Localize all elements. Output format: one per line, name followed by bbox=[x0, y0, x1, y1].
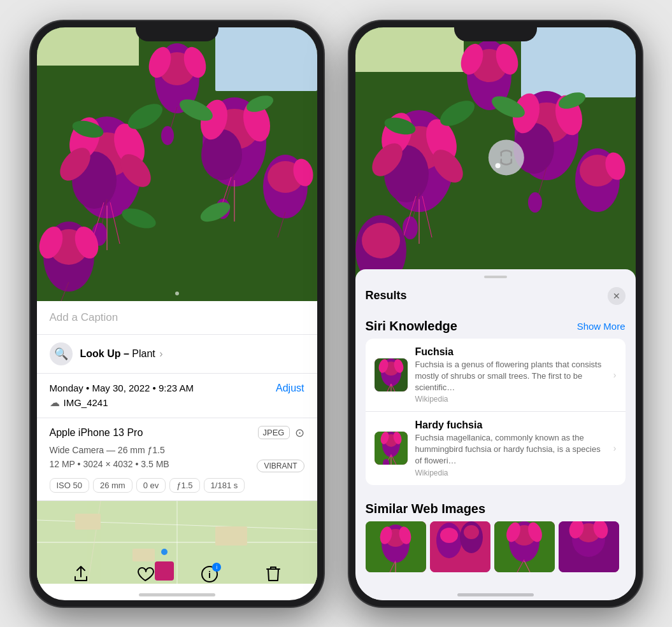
hardy-source: Wikipedia bbox=[415, 468, 606, 477]
similar-images-header: Similar Web Images bbox=[366, 502, 486, 516]
svg-point-80 bbox=[528, 192, 542, 213]
hardy-content: Hardy fuchsia Fuchsia magellanica, commo… bbox=[415, 419, 606, 477]
format-badge: JPEG bbox=[258, 426, 290, 439]
show-more-button[interactable]: Show More bbox=[577, 321, 626, 332]
device-name: Apple iPhone 13 Pro bbox=[50, 427, 143, 439]
svg-point-56 bbox=[161, 549, 168, 555]
lookup-icon: 🔍 bbox=[50, 342, 73, 365]
svg-rect-1 bbox=[215, 27, 317, 91]
svg-line-14 bbox=[110, 202, 120, 244]
svg-line-44 bbox=[61, 282, 69, 301]
caption-input[interactable]: Add a Caption bbox=[37, 301, 317, 335]
fuchsia-chevron: › bbox=[613, 370, 617, 380]
svg-point-31 bbox=[176, 95, 216, 125]
delete-button[interactable] bbox=[266, 565, 281, 588]
iso-value: ISO 50 bbox=[50, 478, 89, 493]
svg-line-39 bbox=[278, 212, 285, 237]
svg-point-38 bbox=[290, 156, 315, 188]
phone-1: Add a Caption 🔍 Look Up – Plant › Monday… bbox=[31, 21, 324, 607]
svg-point-24 bbox=[155, 43, 199, 113]
svg-line-22 bbox=[218, 177, 231, 215]
svg-point-4 bbox=[82, 132, 132, 177]
svg-point-11 bbox=[92, 223, 107, 246]
camera-detail: Wide Camera — 26 mm ƒ1.5 bbox=[50, 445, 304, 455]
svg-point-35 bbox=[197, 198, 232, 225]
meta-section: Monday • May 30, 2022 • 9:23 AM Adjust ☁… bbox=[37, 374, 317, 418]
svg-point-6 bbox=[108, 119, 150, 171]
svg-point-41 bbox=[50, 229, 88, 265]
drag-handle bbox=[484, 276, 507, 278]
siri-knowledge-header: Siri Knowledge bbox=[366, 319, 457, 334]
svg-rect-61 bbox=[355, 27, 464, 72]
similar-section: Similar Web Images bbox=[355, 495, 636, 572]
svg-rect-60 bbox=[521, 27, 636, 97]
svg-point-18 bbox=[239, 98, 274, 144]
svg-rect-54 bbox=[215, 526, 247, 546]
close-button[interactable]: ✕ bbox=[608, 287, 626, 305]
fuchsia-name: Fuchsia bbox=[415, 346, 606, 358]
similar-image-1[interactable] bbox=[366, 521, 426, 572]
favorite-button[interactable] bbox=[136, 566, 154, 587]
svg-line-12 bbox=[91, 202, 104, 244]
svg-point-26 bbox=[180, 44, 210, 81]
knowledge-item-hardy[interactable]: Hardy fuchsia Fuchsia magellanica, commo… bbox=[366, 412, 626, 485]
photo-specs: 12 MP • 3024 × 4032 • 3.5 MB bbox=[50, 459, 169, 469]
svg-rect-2 bbox=[37, 27, 139, 66]
knowledge-card: Fuchsia Fuchsia is a genus of flowering … bbox=[366, 339, 626, 485]
svg-point-25 bbox=[159, 52, 195, 85]
svg-line-10 bbox=[101, 199, 107, 231]
lens-icon: ⊙ bbox=[295, 426, 304, 440]
svg-point-45 bbox=[175, 292, 179, 295]
info-button[interactable]: i i bbox=[201, 565, 218, 588]
svg-point-42 bbox=[71, 223, 103, 261]
svg-point-16 bbox=[210, 109, 259, 150]
similar-image-2[interactable] bbox=[430, 521, 490, 572]
filename: IMG_4241 bbox=[64, 397, 108, 408]
lookup-row[interactable]: 🔍 Look Up – Plant › bbox=[37, 335, 317, 374]
svg-point-5 bbox=[72, 151, 117, 209]
svg-line-20 bbox=[225, 174, 234, 206]
svg-point-9 bbox=[114, 148, 156, 192]
home-indicator bbox=[139, 593, 215, 596]
share-button[interactable] bbox=[73, 565, 89, 588]
lookup-text: Look Up – Plant › bbox=[80, 348, 163, 360]
svg-point-93 bbox=[362, 223, 400, 258]
svg-point-36 bbox=[263, 155, 308, 218]
adjust-button[interactable]: Adjust bbox=[276, 383, 304, 394]
knowledge-item-fuchsia[interactable]: Fuchsia Fuchsia is a genus of flowering … bbox=[366, 339, 626, 412]
hardy-name: Hardy fuchsia bbox=[415, 419, 606, 431]
svg-point-123 bbox=[464, 525, 479, 539]
svg-point-29 bbox=[161, 126, 174, 145]
svg-point-121 bbox=[440, 528, 458, 543]
svg-point-17 bbox=[201, 129, 242, 180]
fuchsia-desc: Fuchsia is a genus of flowering plants t… bbox=[415, 359, 606, 394]
svg-point-27 bbox=[145, 44, 175, 81]
photo-area-1 bbox=[37, 27, 317, 301]
similar-image-3[interactable] bbox=[494, 521, 555, 572]
svg-line-28 bbox=[169, 107, 177, 132]
style-badge: VIBRANT bbox=[257, 460, 304, 472]
phone-2: Results ✕ Siri Knowledge Show More bbox=[349, 21, 642, 607]
svg-point-19 bbox=[196, 96, 231, 142]
cloud-icon: ☁ bbox=[50, 397, 60, 409]
toolbar: i i bbox=[37, 565, 317, 588]
svg-text:i: i bbox=[208, 570, 211, 580]
svg-point-8 bbox=[54, 142, 96, 186]
svg-point-37 bbox=[268, 161, 303, 193]
shutter-speed: 1/181 s bbox=[204, 478, 245, 493]
svg-point-70 bbox=[403, 216, 418, 239]
svg-point-33 bbox=[244, 92, 275, 115]
svg-point-34 bbox=[119, 204, 159, 232]
svg-point-15 bbox=[203, 97, 266, 187]
info-badge: i bbox=[212, 563, 221, 572]
fuchsia-source: Wikipedia bbox=[415, 395, 606, 404]
results-title: Results bbox=[366, 289, 407, 302]
fuchsia-content: Fuchsia Fuchsia is a genus of flowering … bbox=[415, 346, 606, 404]
results-panel: Results ✕ Siri Knowledge Show More bbox=[355, 269, 636, 600]
visual-search-button[interactable] bbox=[488, 139, 524, 175]
svg-point-7 bbox=[64, 113, 105, 164]
focal-length: 26 mm bbox=[93, 478, 132, 493]
svg-point-21 bbox=[216, 199, 230, 219]
hardy-chevron: › bbox=[613, 443, 617, 453]
similar-image-4[interactable] bbox=[559, 521, 619, 572]
